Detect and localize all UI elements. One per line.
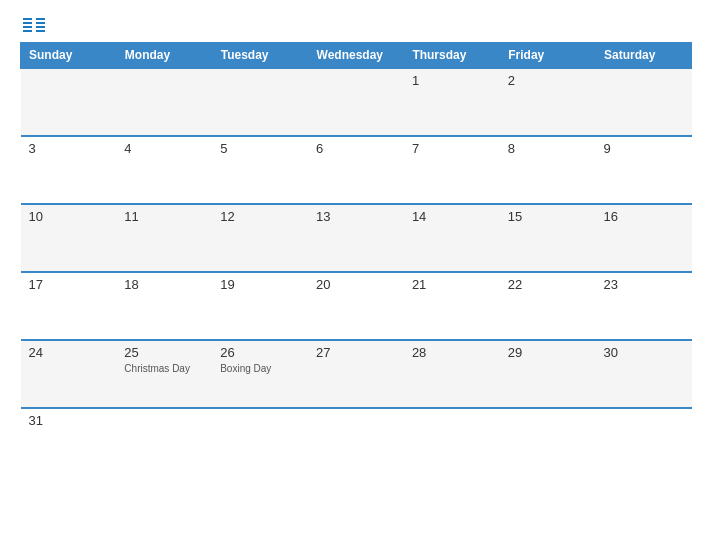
calendar-cell: 15 — [500, 204, 596, 272]
holiday-label: Christmas Day — [124, 363, 190, 374]
day-number: 13 — [316, 209, 396, 224]
header-friday: Friday — [500, 43, 596, 69]
day-number: 19 — [220, 277, 300, 292]
day-number: 21 — [412, 277, 492, 292]
header-thursday: Thursday — [404, 43, 500, 69]
header-tuesday: Tuesday — [212, 43, 308, 69]
day-number: 14 — [412, 209, 492, 224]
holiday-label: Boxing Day — [220, 363, 271, 374]
calendar-cell: 28 — [404, 340, 500, 408]
calendar-cell: 4 — [116, 136, 212, 204]
calendar-cell: 16 — [596, 204, 692, 272]
day-number: 16 — [604, 209, 684, 224]
calendar-cell: 23 — [596, 272, 692, 340]
day-number: 20 — [316, 277, 396, 292]
calendar-week-row: 10111213141516 — [21, 204, 692, 272]
calendar-cell: 6 — [308, 136, 404, 204]
days-header-row: Sunday Monday Tuesday Wednesday Thursday… — [21, 43, 692, 69]
day-number: 30 — [604, 345, 684, 360]
logo-blue-text — [20, 18, 45, 32]
calendar-cell: 26Boxing Day — [212, 340, 308, 408]
day-number: 2 — [508, 73, 588, 88]
calendar-cell — [500, 408, 596, 463]
calendar-cell: 5 — [212, 136, 308, 204]
day-number: 3 — [29, 141, 109, 156]
calendar-cell: 9 — [596, 136, 692, 204]
header-sunday: Sunday — [21, 43, 117, 69]
logo — [20, 18, 45, 32]
calendar-cell: 12 — [212, 204, 308, 272]
calendar-cell: 17 — [21, 272, 117, 340]
calendar-cell — [212, 68, 308, 136]
day-number: 4 — [124, 141, 204, 156]
day-number: 18 — [124, 277, 204, 292]
calendar-cell — [596, 68, 692, 136]
day-number: 11 — [124, 209, 204, 224]
calendar-cell: 19 — [212, 272, 308, 340]
calendar-week-row: 31 — [21, 408, 692, 463]
calendar-cell — [116, 68, 212, 136]
calendar-cell: 3 — [21, 136, 117, 204]
day-number: 28 — [412, 345, 492, 360]
calendar-week-row: 2425Christmas Day26Boxing Day27282930 — [21, 340, 692, 408]
day-number: 31 — [29, 413, 109, 428]
header — [20, 18, 692, 32]
calendar-cell: 25Christmas Day — [116, 340, 212, 408]
calendar-cell: 22 — [500, 272, 596, 340]
day-number: 22 — [508, 277, 588, 292]
calendar-week-row: 17181920212223 — [21, 272, 692, 340]
calendar-cell: 14 — [404, 204, 500, 272]
day-number: 10 — [29, 209, 109, 224]
header-wednesday: Wednesday — [308, 43, 404, 69]
calendar-table: Sunday Monday Tuesday Wednesday Thursday… — [20, 42, 692, 463]
day-number: 26 — [220, 345, 300, 360]
calendar-cell — [308, 68, 404, 136]
calendar-page: Sunday Monday Tuesday Wednesday Thursday… — [0, 0, 712, 550]
calendar-cell — [308, 408, 404, 463]
calendar-cell — [596, 408, 692, 463]
calendar-cell: 18 — [116, 272, 212, 340]
day-number: 7 — [412, 141, 492, 156]
calendar-cell: 7 — [404, 136, 500, 204]
calendar-cell: 1 — [404, 68, 500, 136]
day-number: 24 — [29, 345, 109, 360]
calendar-cell: 20 — [308, 272, 404, 340]
day-number: 1 — [412, 73, 492, 88]
calendar-cell: 30 — [596, 340, 692, 408]
calendar-cell — [404, 408, 500, 463]
calendar-cell — [212, 408, 308, 463]
day-number: 12 — [220, 209, 300, 224]
day-number: 8 — [508, 141, 588, 156]
calendar-cell: 2 — [500, 68, 596, 136]
calendar-cell: 11 — [116, 204, 212, 272]
calendar-cell: 21 — [404, 272, 500, 340]
calendar-cell — [116, 408, 212, 463]
calendar-cell: 31 — [21, 408, 117, 463]
calendar-cell: 10 — [21, 204, 117, 272]
day-number: 25 — [124, 345, 204, 360]
header-monday: Monday — [116, 43, 212, 69]
calendar-cell: 13 — [308, 204, 404, 272]
calendar-cell: 29 — [500, 340, 596, 408]
calendar-cell: 24 — [21, 340, 117, 408]
calendar-week-row: 12 — [21, 68, 692, 136]
calendar-cell: 8 — [500, 136, 596, 204]
flag-icon — [23, 18, 45, 32]
day-number: 15 — [508, 209, 588, 224]
day-number: 5 — [220, 141, 300, 156]
day-number: 27 — [316, 345, 396, 360]
calendar-cell — [21, 68, 117, 136]
calendar-cell: 27 — [308, 340, 404, 408]
day-number: 17 — [29, 277, 109, 292]
header-saturday: Saturday — [596, 43, 692, 69]
day-number: 6 — [316, 141, 396, 156]
day-number: 9 — [604, 141, 684, 156]
day-number: 29 — [508, 345, 588, 360]
calendar-week-row: 3456789 — [21, 136, 692, 204]
svg-rect-4 — [32, 18, 36, 32]
day-number: 23 — [604, 277, 684, 292]
